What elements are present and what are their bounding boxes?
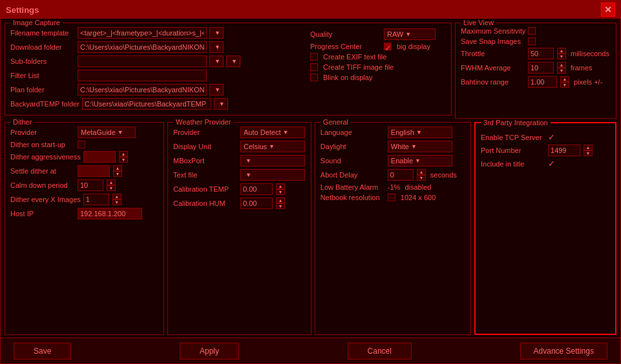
abort-delay-spinner[interactable]: ▲ ▼ [417, 169, 426, 181]
backyard-temp-dropdown[interactable]: ▼ [214, 98, 228, 110]
quality-dropdown[interactable]: RAW ▼ [384, 28, 436, 40]
create-tiff-checkbox[interactable] [310, 63, 318, 71]
title-bar: Settings ✕ [1, 1, 620, 19]
dither-provider-value: MetaGuide [81, 128, 116, 136]
sub-folders-dropdown[interactable]: ▼ [209, 56, 224, 67]
low-battery-value: -1% [388, 183, 401, 191]
abort-delay-unit: seconds [430, 171, 457, 179]
port-number-spinner[interactable]: ▲ ▼ [584, 145, 593, 156]
dither-section: Dither Provider MetaGuide ▼ Dither on st… [5, 122, 164, 335]
weather-provider-dropdown[interactable]: Auto Detect ▼ [240, 126, 305, 138]
bahtinov-spinner[interactable]: ▲ ▼ [560, 76, 569, 88]
footer-bar: Save Apply Cancel Advance Settings [1, 338, 620, 363]
port-number-input[interactable] [548, 145, 580, 156]
dither-every-spinner[interactable]: ▲ ▼ [112, 194, 121, 205]
calm-down-input[interactable] [78, 179, 103, 191]
display-unit-dropdown[interactable]: Celsius ▼ [240, 141, 305, 152]
throttle-label: Throttle [461, 50, 525, 57]
bahtinov-input[interactable] [528, 76, 557, 88]
apply-button[interactable]: Apply [180, 343, 239, 359]
fwhm-up[interactable]: ▲ [557, 62, 566, 68]
dither-aggressiveness-input[interactable] [83, 151, 116, 163]
language-dropdown[interactable]: English ▼ [388, 126, 452, 138]
filename-template-dropdown[interactable]: ▼ [209, 27, 224, 39]
bahtinov-up[interactable]: ▲ [560, 76, 569, 82]
third-party-section: 3rd Party Integration Enable TCP Server … [474, 122, 616, 335]
live-view-section: Live View Maximum Sensitivity Save Snap … [455, 23, 616, 119]
dither-provider-dropdown[interactable]: MetaGuide ▼ [78, 126, 136, 138]
cal-hum-input[interactable] [240, 197, 273, 209]
cancel-button[interactable]: Cancel [348, 343, 412, 359]
download-folder-dropdown[interactable]: ▼ [209, 41, 224, 53]
big-display-label: big display [397, 43, 430, 50]
settle-label: Settle dither at [10, 167, 75, 175]
max-sensitivity-checkbox[interactable] [528, 27, 536, 35]
save-button[interactable]: Save [14, 343, 71, 359]
settle-input[interactable] [78, 165, 110, 177]
throttle-up[interactable]: ▲ [557, 48, 566, 54]
dither-aggressiveness-label: Dither aggressiveness [10, 153, 81, 161]
fwhm-down[interactable]: ▼ [557, 68, 566, 74]
dither-aggressiveness-spinner[interactable]: ▲ ▼ [119, 151, 128, 163]
bahtinov-down[interactable]: ▼ [560, 82, 569, 88]
save-snap-checkbox[interactable] [528, 37, 536, 45]
sound-value: Enable [391, 157, 413, 165]
cal-hum-label: Calibration HUM [173, 199, 238, 207]
advance-settings-button[interactable]: Advance Settings [520, 343, 607, 359]
language-value: English [391, 128, 414, 136]
weather-provider-value: Auto Detect [244, 128, 280, 136]
filename-template-label: Filename template [10, 29, 75, 37]
filter-list-input[interactable] [78, 70, 207, 81]
include-title-checkbox[interactable]: ✓ [548, 159, 555, 168]
weather-title: Weather Provider [173, 118, 233, 126]
third-party-title: 3rd Party Integration [481, 119, 551, 126]
download-folder-label: Download folder [10, 43, 75, 51]
fwhm-spinner[interactable]: ▲ ▼ [557, 62, 566, 74]
blink-checkbox[interactable] [310, 74, 318, 81]
download-folder-input[interactable] [78, 41, 207, 53]
settle-spinner[interactable]: ▲ ▼ [113, 165, 122, 177]
cal-temp-spinner[interactable]: ▲ ▼ [276, 183, 285, 195]
filter-list-label: Filter List [10, 72, 75, 79]
create-exif-checkbox[interactable] [310, 53, 318, 61]
general-title: General [321, 118, 351, 126]
mbox-port-dropdown[interactable]: ▼ [240, 155, 305, 167]
calm-down-spinner[interactable]: ▲ ▼ [107, 179, 116, 191]
netbook-value: 1024 x 600 [401, 194, 436, 201]
filename-template-input[interactable] [78, 27, 207, 39]
daylight-dropdown[interactable]: White ▼ [388, 141, 452, 152]
dither-every-input[interactable] [83, 194, 109, 205]
backyard-temp-input[interactable] [82, 98, 211, 110]
throttle-input[interactable] [528, 48, 554, 59]
progress-center-checkbox[interactable]: ✓ [384, 43, 392, 50]
fwhm-input[interactable] [528, 62, 554, 74]
fwhm-label: FWHM Average [461, 64, 525, 72]
image-capture-section: Image Capture Filename template ▼ Downlo… [5, 23, 452, 116]
host-ip-label: Host IP [10, 210, 75, 217]
sub-folders-input[interactable] [78, 56, 207, 67]
fwhm-unit: frames [571, 64, 593, 72]
progress-center-label: Progress Center [310, 43, 381, 50]
plan-folder-input[interactable] [78, 84, 207, 96]
abort-delay-label: Abort Delay [321, 171, 385, 179]
netbook-checkbox[interactable] [388, 194, 395, 201]
abort-delay-input[interactable] [388, 169, 414, 181]
host-ip-input[interactable] [78, 208, 142, 219]
sub-folders-btn2[interactable]: ▼ [226, 56, 240, 67]
low-battery-label: Low Battery Alarm [321, 183, 385, 191]
throttle-down[interactable]: ▼ [557, 54, 566, 59]
text-file-dropdown[interactable]: ▼ [240, 169, 305, 181]
close-button[interactable]: ✕ [601, 3, 615, 17]
sound-dropdown[interactable]: Enable ▼ [388, 155, 452, 167]
cal-temp-input[interactable] [240, 183, 273, 195]
main-content: Image Capture Filename template ▼ Downlo… [1, 19, 620, 339]
weather-provider-label: Provider [173, 128, 238, 136]
cal-temp-label: Calibration TEMP [173, 185, 238, 193]
cal-hum-spinner[interactable]: ▲ ▼ [276, 197, 285, 209]
enable-tcp-checkbox[interactable]: ✓ [548, 132, 555, 142]
throttle-spinner[interactable]: ▲ ▼ [557, 48, 566, 59]
create-tiff-label: Create TIFF image file [323, 63, 394, 71]
bahtinov-unit: pixels +/- [574, 78, 602, 86]
plan-folder-dropdown[interactable]: ▼ [209, 84, 224, 96]
dither-startup-checkbox[interactable] [78, 141, 85, 148]
